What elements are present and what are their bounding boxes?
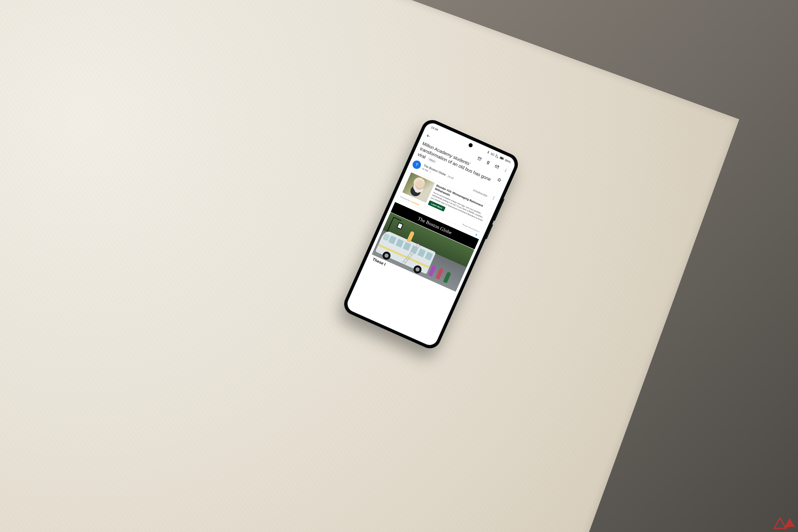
sender-avatar[interactable]: T xyxy=(411,159,422,170)
chevron-down-icon xyxy=(428,170,432,174)
battery-icon xyxy=(499,156,505,160)
status-time: 14:44 xyxy=(431,125,439,131)
svg-point-6 xyxy=(506,169,507,170)
svg-point-11 xyxy=(493,199,494,200)
svg-rect-1 xyxy=(500,157,503,159)
svg-point-10 xyxy=(493,198,494,198)
site-watermark xyxy=(773,517,795,530)
svg-point-7 xyxy=(505,170,506,171)
svg-rect-3 xyxy=(478,157,481,159)
network-label: 5G xyxy=(490,152,495,157)
bluetooth-icon xyxy=(487,150,490,154)
label-chip-inbox[interactable]: Inbox xyxy=(427,157,437,164)
battery-percent: 86% xyxy=(505,158,511,164)
sender-more-button[interactable] xyxy=(489,194,498,203)
star-button[interactable] xyxy=(494,174,505,186)
svg-point-8 xyxy=(505,171,506,172)
signal-icon xyxy=(495,154,499,158)
svg-point-9 xyxy=(494,196,495,197)
